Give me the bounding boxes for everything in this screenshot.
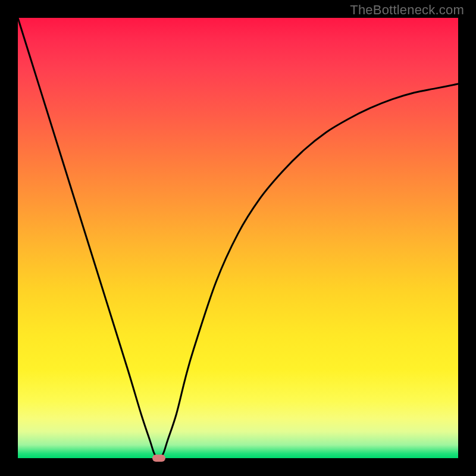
watermark-text: TheBottleneck.com [350, 2, 464, 18]
bottleneck-curve [18, 18, 458, 458]
minimum-marker [152, 455, 165, 462]
plot-area [18, 18, 458, 458]
chart-container: TheBottleneck.com [0, 0, 476, 476]
curve-svg [18, 18, 458, 458]
